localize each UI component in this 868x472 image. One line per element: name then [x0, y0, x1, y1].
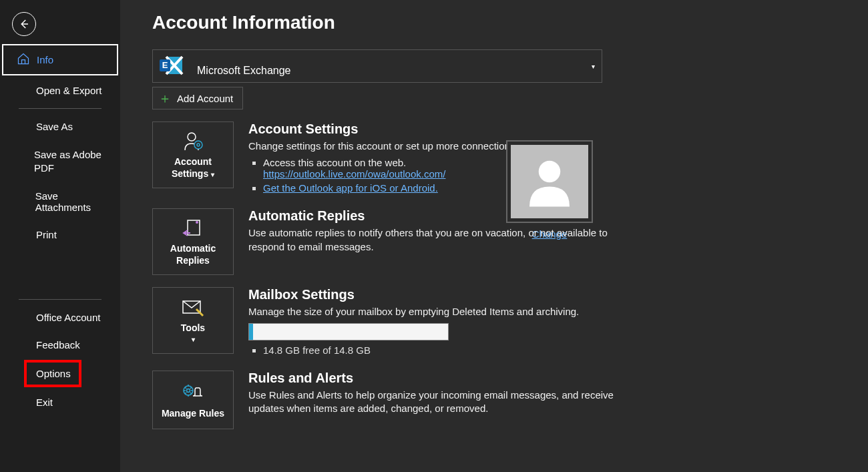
sidebar-item-office-account[interactable]: Office Account — [0, 304, 120, 331]
list-text: Access this account on the web. — [263, 157, 406, 168]
svg-point-3 — [188, 133, 196, 141]
button-label: Tools — [181, 322, 205, 334]
section-desc: Use Rules and Alerts to help organize yo… — [248, 389, 622, 416]
tools-button[interactable]: Tools ▾ — [152, 287, 234, 354]
sidebar-item-open-export[interactable]: Open & Export — [0, 77, 120, 104]
section-desc: Manage the size of your mailbox by empty… — [248, 305, 622, 318]
button-line2: Replies — [176, 254, 210, 266]
page-title: Account Information — [152, 12, 841, 33]
chevron-down-icon: ▾ — [211, 171, 214, 178]
button-label: Manage Rules — [162, 407, 224, 419]
sidebar-item-exit[interactable]: Exit — [0, 389, 120, 416]
section-title: Mailbox Settings — [248, 287, 622, 302]
rules-alerts-section: Manage Rules Rules and Alerts Use Rules … — [152, 371, 841, 429]
svg-text:E: E — [162, 60, 168, 70]
sidebar-item-label: Open & Export — [36, 85, 101, 96]
divider — [19, 299, 101, 300]
automatic-replies-section: Automatic Replies Automatic Replies Use … — [152, 208, 841, 275]
person-gear-icon — [182, 130, 204, 152]
sidebar-item-label: Save as Adobe PDF — [34, 148, 111, 174]
sidebar-item-label: Print — [36, 229, 57, 240]
sidebar-item-save-pdf[interactable]: Save as Adobe PDF — [0, 140, 120, 182]
sidebar-item-label: Exit — [36, 397, 53, 408]
sidebar-item-label: Office Account — [36, 312, 100, 323]
sidebar-item-info[interactable]: Info — [2, 44, 118, 75]
button-line1: Automatic — [170, 242, 216, 254]
sidebar: Info Open & Export Save As Save as Adobe… — [0, 0, 120, 472]
account-selector-label: Microsoft Exchange — [197, 65, 291, 77]
section-title: Automatic Replies — [248, 208, 622, 224]
divider — [19, 108, 101, 109]
mailbox-settings-section: Tools ▾ Mailbox Settings Manage the size… — [152, 287, 841, 358]
exchange-icon: E — [160, 54, 184, 77]
svg-point-11 — [187, 389, 190, 392]
sidebar-item-label: Save As — [36, 121, 73, 132]
rules-icon — [182, 381, 204, 403]
sidebar-item-save-as[interactable]: Save As — [0, 113, 120, 140]
mailbox-free-text: 14.8 GB free of 14.8 GB — [263, 344, 622, 356]
sidebar-item-feedback[interactable]: Feedback — [0, 331, 120, 359]
button-line1: Account — [174, 156, 212, 168]
manage-rules-button[interactable]: Manage Rules — [152, 371, 234, 429]
account-selector[interactable]: E Microsoft Exchange ▾ — [152, 49, 602, 83]
sidebar-item-label: Feedback — [36, 339, 80, 350]
home-icon — [17, 52, 30, 67]
sidebar-item-save-attachments[interactable]: Save Attachments — [0, 182, 120, 221]
owa-link[interactable]: https://outlook.live.com/owa/outlook.com… — [263, 168, 445, 180]
account-settings-section: Account Settings ▾ Account Settings Chan… — [152, 122, 841, 196]
svg-point-4 — [194, 141, 202, 149]
svg-point-6 — [539, 161, 561, 183]
add-account-button[interactable]: ＋ Add Account — [152, 87, 243, 109]
sidebar-item-label: Save Attachments — [35, 190, 111, 213]
account-settings-button[interactable]: Account Settings ▾ — [152, 122, 234, 188]
section-title: Rules and Alerts — [248, 371, 622, 386]
svg-point-8 — [196, 221, 198, 224]
section-title: Account Settings — [248, 122, 622, 137]
sidebar-item-label: Info — [37, 54, 53, 65]
sidebar-item-print[interactable]: Print — [0, 221, 120, 248]
section-desc: Use automatic replies to notify others t… — [248, 226, 622, 254]
sidebar-item-label: Options — [36, 368, 71, 379]
sidebar-item-options[interactable]: Options — [24, 360, 81, 387]
chevron-down-icon: ▾ — [192, 335, 195, 344]
mailbox-tools-icon — [182, 297, 204, 318]
chevron-down-icon: ▾ — [592, 63, 595, 70]
button-line2: Settings — [172, 168, 208, 179]
mailbox-usage-bar — [248, 323, 449, 340]
mobile-app-link[interactable]: Get the Outlook app for iOS or Android. — [263, 182, 438, 194]
plus-icon: ＋ — [158, 91, 172, 105]
arrow-left-icon — [18, 18, 30, 30]
main-content: Account Information E Microsoft Exchange… — [120, 0, 868, 472]
person-icon — [523, 155, 576, 208]
add-account-label: Add Account — [177, 93, 233, 104]
automatic-replies-button[interactable]: Automatic Replies — [152, 208, 234, 275]
back-button[interactable] — [12, 12, 36, 36]
out-of-office-icon — [182, 217, 204, 238]
